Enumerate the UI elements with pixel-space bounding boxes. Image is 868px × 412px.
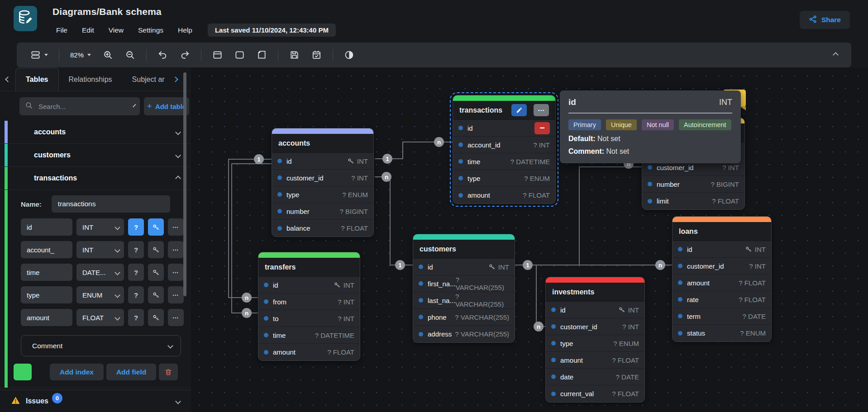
toolbar-collapse-button[interactable] xyxy=(830,50,841,60)
table-field-row[interactable]: term? DATE xyxy=(672,308,771,325)
table-header[interactable]: transfers xyxy=(258,258,360,277)
chevron-down-icon[interactable] xyxy=(175,398,181,404)
nullable-toggle[interactable]: ? xyxy=(128,309,144,326)
menu-item-view[interactable]: View xyxy=(103,24,129,36)
theme-button[interactable] xyxy=(340,47,358,63)
field-more-button[interactable]: ⋯ xyxy=(168,286,184,303)
diagram-table-customers[interactable]: customersidINTfirst_na...? VARCHAR(255)l… xyxy=(413,234,515,343)
sidebar-item-customers[interactable]: customers xyxy=(0,144,191,167)
table-color-swatch[interactable] xyxy=(14,364,32,380)
field-more-button[interactable]: ⋯ xyxy=(168,309,184,326)
table-field-row[interactable]: idINT xyxy=(258,277,360,294)
field-type-dropdown[interactable]: INT xyxy=(76,241,124,258)
table-field-row[interactable]: time? DATETIME xyxy=(453,153,555,170)
delete-field-button[interactable]: − xyxy=(534,122,550,134)
field-type-dropdown[interactable]: DATE... xyxy=(76,264,124,281)
nullable-toggle[interactable]: ? xyxy=(128,218,144,236)
table-field-row[interactable]: last_na...? VARCHAR(255) xyxy=(413,292,515,309)
table-field-row[interactable]: status? ENUM xyxy=(672,325,771,341)
table-field-row[interactable]: limit? FLOAT xyxy=(642,193,744,209)
table-more-button[interactable]: ⋯ xyxy=(534,104,549,116)
tab-relationships[interactable]: Relationships xyxy=(59,68,122,91)
undo-button[interactable] xyxy=(154,47,172,63)
sidebar-scrollbar[interactable] xyxy=(183,72,186,296)
table-field-row[interactable]: account_id? INT xyxy=(453,137,555,153)
delete-table-button[interactable] xyxy=(159,364,178,380)
chevron-down-icon[interactable] xyxy=(133,104,136,107)
table-header[interactable]: transactions⋯ xyxy=(453,101,555,120)
field-more-button[interactable]: ⋯ xyxy=(168,241,184,258)
issues-bar[interactable]: Issues 0 xyxy=(0,390,191,412)
menu-item-file[interactable]: File xyxy=(51,24,73,36)
table-field-row[interactable]: amount? FLOAT xyxy=(672,275,771,291)
table-field-row[interactable]: first_na...? VARCHAR(255) xyxy=(413,275,515,292)
table-field-row[interactable]: idINT xyxy=(413,259,515,275)
table-field-row[interactable]: idINT xyxy=(546,302,644,318)
zoom-in-button[interactable] xyxy=(99,47,117,63)
field-name-input[interactable]: time xyxy=(21,264,72,281)
add-field-button[interactable]: Add field xyxy=(106,364,156,380)
diagram-table-transfers[interactable]: transfersidINTfrom? INTto? INTtime? DATE… xyxy=(258,252,360,361)
table-field-row[interactable]: from? INT xyxy=(258,294,360,310)
table-field-row[interactable]: idINT xyxy=(672,241,771,258)
table-field-row[interactable]: amount? FLOAT xyxy=(453,187,555,204)
nullable-toggle[interactable]: ? xyxy=(128,241,144,258)
relationship-line[interactable] xyxy=(375,177,413,265)
nullable-toggle[interactable]: ? xyxy=(128,264,144,281)
table-field-row[interactable]: customer_id? INT xyxy=(672,258,771,275)
table-field-row[interactable]: number? BIGINT xyxy=(642,176,744,193)
share-button[interactable]: Share xyxy=(800,11,850,29)
table-name-input[interactable] xyxy=(52,195,170,213)
diagram-table-transactions[interactable]: transactions⋯id−account_id? INTtime? DAT… xyxy=(453,95,556,204)
primary-key-toggle[interactable] xyxy=(148,309,164,326)
table-field-row[interactable]: current_val? FLOAT xyxy=(546,385,644,402)
table-field-row[interactable]: type? ENUM xyxy=(453,170,555,187)
table-field-row[interactable]: customer_id? INT xyxy=(546,318,644,335)
field-more-button[interactable]: ⋯ xyxy=(168,218,184,236)
layout-button[interactable] xyxy=(27,47,52,63)
tabs-scroll-left-button[interactable] xyxy=(0,68,15,91)
field-more-button[interactable]: ⋯ xyxy=(168,264,184,281)
table-field-row[interactable]: customer_id? INT xyxy=(272,170,373,186)
table-field-row[interactable]: to? INT xyxy=(258,310,360,327)
table-header[interactable]: loans xyxy=(672,222,771,241)
primary-key-toggle[interactable] xyxy=(148,286,164,303)
table-header[interactable]: customers xyxy=(413,240,515,259)
add-table-button[interactable] xyxy=(209,47,226,63)
save-button[interactable] xyxy=(286,47,303,63)
table-field-row[interactable]: time? DATETIME xyxy=(258,327,360,344)
table-field-row[interactable]: idINT xyxy=(272,153,373,170)
comment-collapse[interactable]: Comment xyxy=(21,335,181,356)
field-type-dropdown[interactable]: INT xyxy=(76,218,124,236)
field-type-dropdown[interactable]: FLOAT xyxy=(76,309,124,326)
diagram-table-investments[interactable]: investmentsidINTcustomer_id? INTtype? EN… xyxy=(545,277,645,403)
field-name-input[interactable]: type xyxy=(21,286,72,303)
table-field-row[interactable]: type? ENUM xyxy=(546,335,644,352)
table-header[interactable]: accounts xyxy=(272,134,373,153)
zoom-level-dropdown[interactable]: 82% xyxy=(67,48,95,62)
search-input[interactable] xyxy=(38,103,129,110)
add-table-button[interactable]: + Add table xyxy=(144,97,189,115)
table-field-row[interactable]: date? DATE xyxy=(546,369,644,385)
diagram-table-loans[interactable]: loansidINTcustomer_id? INTamount? FLOATr… xyxy=(672,216,772,342)
add-note-button[interactable] xyxy=(253,47,271,63)
primary-key-toggle[interactable] xyxy=(148,264,164,281)
tabs-scroll-right-button[interactable] xyxy=(167,68,183,91)
tab-tables[interactable]: Tables xyxy=(15,68,59,91)
relationship-line[interactable] xyxy=(579,167,642,265)
primary-key-toggle[interactable] xyxy=(148,218,164,236)
table-field-row[interactable]: amount? FLOAT xyxy=(546,352,644,369)
field-name-input[interactable]: id xyxy=(21,218,72,236)
table-field-row[interactable]: balance? FLOAT xyxy=(272,220,373,237)
sidebar-item-transactions[interactable]: transactions xyxy=(0,167,191,190)
table-field-row[interactable]: amount? FLOAT xyxy=(258,344,360,360)
add-area-button[interactable] xyxy=(231,47,248,63)
app-logo[interactable] xyxy=(14,6,37,31)
table-field-row[interactable]: id− xyxy=(453,120,555,137)
table-field-row[interactable]: number? BIGINT xyxy=(272,203,373,220)
relationship-line[interactable] xyxy=(536,265,545,327)
zoom-out-button[interactable] xyxy=(121,47,139,63)
field-name-input[interactable]: amount xyxy=(21,309,72,326)
menu-item-help[interactable]: Help xyxy=(172,24,198,36)
search-box[interactable] xyxy=(19,97,140,115)
